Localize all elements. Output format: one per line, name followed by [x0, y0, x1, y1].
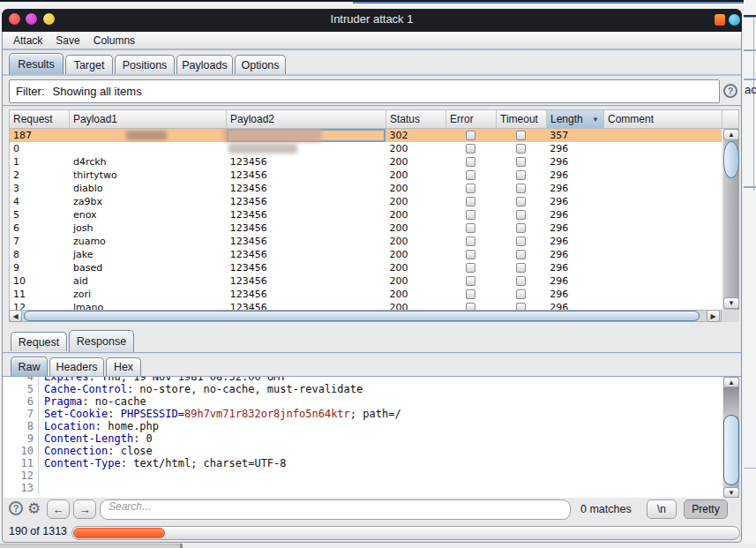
error-checkbox[interactable]	[466, 131, 475, 140]
error-checkbox[interactable]	[466, 197, 475, 206]
tab-headers[interactable]: Headers	[49, 357, 104, 376]
search-input[interactable]: Search...	[100, 499, 571, 520]
tab-response[interactable]: Response	[69, 330, 134, 352]
cell-payload2: 123456	[227, 274, 386, 288]
timeout-checkbox[interactable]	[516, 236, 526, 246]
table-row[interactable]: 5enox123456200296	[10, 208, 722, 221]
scroll-down-icon[interactable]: ▼	[723, 487, 739, 498]
app-indicator-icon	[729, 14, 740, 26]
table-row[interactable]: 7zuamo123456200296	[10, 235, 722, 248]
table-row[interactable]: 1d4rckh123456200296	[10, 155, 722, 169]
pretty-button[interactable]: Pretty	[684, 499, 728, 519]
tab-options[interactable]: Options	[235, 55, 286, 74]
table-row[interactable]: 0200296	[10, 142, 722, 155]
error-checkbox[interactable]	[466, 184, 475, 193]
timeout-checkbox[interactable]	[516, 131, 526, 140]
column-header-payload1[interactable]: Payload1	[70, 110, 227, 128]
help-icon[interactable]: ?	[723, 84, 737, 98]
error-checkbox[interactable]	[466, 236, 475, 246]
tab-positions[interactable]: Positions	[115, 55, 175, 74]
error-checkbox[interactable]	[466, 276, 475, 286]
response-text: : no-cache	[82, 395, 146, 408]
timeout-checkbox[interactable]	[516, 303, 526, 310]
column-header-error[interactable]: Error	[446, 110, 497, 128]
error-checkbox[interactable]	[466, 170, 475, 180]
next-match-button[interactable]: →	[73, 499, 96, 519]
menu-save[interactable]: Save	[56, 34, 79, 47]
table-row[interactable]: 10aid123456200296	[10, 274, 722, 288]
scroll-up-icon[interactable]: ▲	[723, 377, 739, 387]
scroll-right-icon[interactable]: ▶	[707, 310, 720, 322]
table-row[interactable]: 11zori123456200296	[10, 288, 722, 301]
table-row[interactable]: 6josh123456200296	[10, 221, 722, 235]
timeout-checkbox[interactable]	[516, 276, 526, 286]
column-header-status[interactable]: Status	[386, 110, 446, 128]
timeout-checkbox[interactable]	[516, 184, 526, 193]
column-header-comment[interactable]: Comment	[604, 110, 722, 128]
error-checkbox[interactable]	[466, 210, 475, 220]
gear-icon[interactable]: ⚙	[27, 499, 41, 518]
response-scroll-track[interactable]	[723, 387, 739, 416]
scroll-down-icon[interactable]: ▼	[723, 297, 739, 309]
response-scroll-thumb[interactable]	[723, 415, 739, 485]
tab-hex[interactable]: Hex	[106, 357, 141, 376]
column-header-timeout[interactable]: Timeout	[497, 110, 547, 128]
column-header-payload2[interactable]: Payload2	[227, 110, 386, 128]
tab-results[interactable]: Results	[9, 53, 64, 75]
cell-status: 200	[385, 155, 445, 169]
timeout-checkbox[interactable]	[516, 157, 526, 167]
help-icon[interactable]: ?	[9, 501, 23, 515]
timeout-checkbox[interactable]	[516, 197, 526, 206]
newline-toggle-button[interactable]: \n	[647, 499, 677, 519]
column-header-request[interactable]: Request	[10, 110, 70, 128]
error-checkbox[interactable]	[466, 263, 475, 273]
timeout-checkbox[interactable]	[516, 289, 526, 299]
scroll-up-icon[interactable]: ▲	[723, 129, 739, 140]
error-checkbox[interactable]	[466, 250, 475, 259]
tab-payloads[interactable]: Payloads	[176, 55, 233, 74]
error-checkbox[interactable]	[466, 303, 475, 310]
tab-target[interactable]: Target	[65, 55, 113, 74]
cell-comment	[603, 169, 722, 182]
menu-attack[interactable]: Attack	[13, 34, 42, 47]
table-row[interactable]: 8jake123456200296	[10, 248, 722, 261]
background-line	[744, 468, 756, 469]
table-scroll-thumb[interactable]	[723, 141, 739, 178]
error-checkbox[interactable]	[466, 223, 475, 233]
cell-payload1: zuamo	[70, 235, 227, 248]
scroll-left-icon[interactable]: ◀	[9, 310, 22, 322]
error-checkbox[interactable]	[466, 144, 475, 154]
tab-raw[interactable]: Raw	[11, 357, 48, 376]
timeout-checkbox[interactable]	[516, 170, 526, 180]
timeout-checkbox[interactable]	[516, 223, 526, 233]
timeout-checkbox[interactable]	[516, 263, 526, 273]
cell-comment	[603, 155, 722, 169]
timeout-checkbox[interactable]	[516, 210, 526, 220]
timeout-checkbox[interactable]	[516, 250, 526, 259]
background-vline	[753, 18, 754, 191]
tab-request[interactable]: Request	[11, 332, 67, 351]
table-hscroll-thumb[interactable]	[24, 311, 700, 321]
table-row[interactable]: 9based123456200296	[10, 261, 722, 274]
cell-comment	[603, 248, 722, 261]
timeout-checkbox[interactable]	[516, 144, 526, 154]
table-row[interactable]: 2thirtytwo123456200296	[10, 169, 722, 182]
error-checkbox[interactable]	[466, 157, 475, 167]
table-row[interactable]: 12lmano123456200296	[10, 301, 722, 310]
column-header-length[interactable]: Length▼	[547, 110, 604, 128]
table-row[interactable]: 4za9bx123456200296	[10, 195, 722, 208]
cell-payload2	[227, 142, 386, 155]
response-line: 12	[4, 469, 722, 482]
table-row[interactable]: 3diablo123456200296	[10, 182, 722, 195]
previous-match-button[interactable]: ←	[47, 499, 70, 519]
response-viewer[interactable]: 4Expires: Thu, 19 Nov 1981 08:52:00 GMT5…	[4, 377, 722, 498]
cell-payload1: zori	[70, 288, 227, 301]
filter-bar[interactable]: Filter: Showing all items	[9, 79, 720, 103]
menu-columns[interactable]: Columns	[94, 34, 135, 47]
gutter-divider	[38, 432, 44, 445]
table-row[interactable]: 187302357	[10, 129, 722, 142]
error-checkbox[interactable]	[466, 289, 475, 299]
progress-bar-track	[71, 526, 740, 540]
cell-comment	[603, 235, 722, 248]
cell-error	[445, 274, 496, 288]
